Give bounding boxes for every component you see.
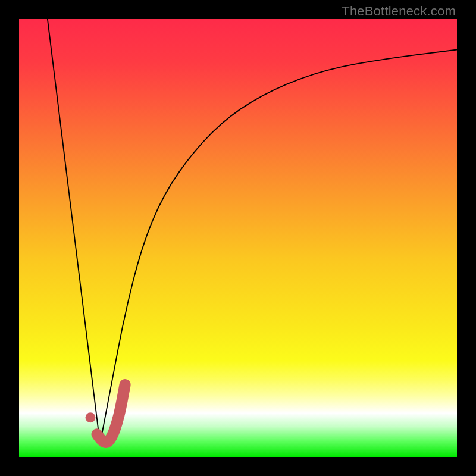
- dot-mark-icon: [86, 412, 96, 422]
- plot-area: [19, 19, 457, 457]
- chart-curves: [19, 19, 457, 457]
- j-mark-icon: [97, 385, 125, 443]
- series-left-slope: [48, 19, 100, 444]
- watermark-text: TheBottleneck.com: [342, 4, 456, 19]
- chart-frame: TheBottleneck.com: [0, 0, 476, 476]
- series-right-curve: [100, 50, 457, 444]
